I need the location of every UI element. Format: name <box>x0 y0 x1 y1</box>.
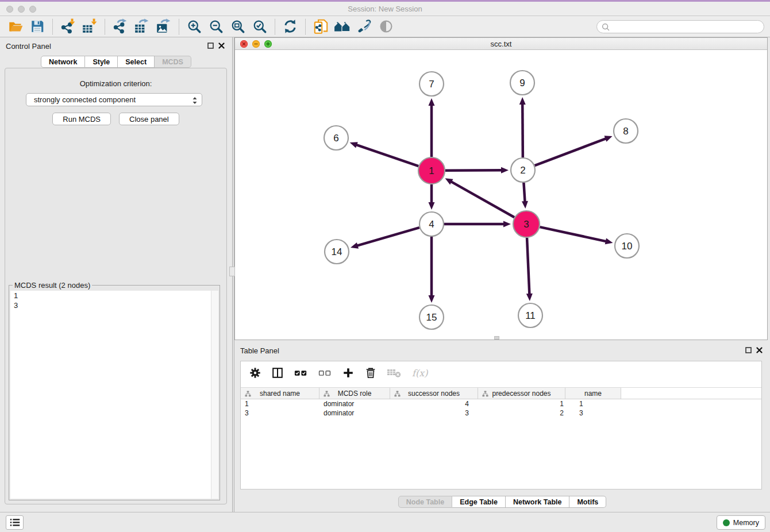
table-panel-close-button[interactable] <box>756 347 763 353</box>
zoom-in-button[interactable] <box>183 18 205 36</box>
add-column-button[interactable] <box>342 367 355 379</box>
network-canvas[interactable]: 7968124314101511 <box>235 51 767 340</box>
cell-name[interactable]: 3 <box>565 409 621 417</box>
graph-node-7[interactable]: 7 <box>419 72 444 96</box>
tab-network[interactable]: Network <box>41 56 85 68</box>
table-row[interactable]: 3dominator323 <box>241 408 761 418</box>
graph-edge-1-2[interactable] <box>445 167 509 174</box>
control-panel-float-button[interactable] <box>207 43 214 49</box>
cell-name[interactable]: 1 <box>565 400 621 408</box>
graph-edge-2-8[interactable] <box>535 136 613 165</box>
cell-shared-name[interactable]: 1 <box>241 400 319 408</box>
tab-edge-table[interactable]: Edge Table <box>452 496 506 508</box>
refresh-button[interactable] <box>279 18 301 36</box>
graph-node-3[interactable]: 3 <box>513 211 540 237</box>
canvas-resize-handle[interactable] <box>494 336 499 340</box>
tab-select[interactable]: Select <box>118 56 155 68</box>
graph-node-10[interactable]: 10 <box>615 234 639 258</box>
graph-edge-4-14[interactable] <box>351 228 419 249</box>
control-panel-close-button[interactable] <box>218 43 225 49</box>
table-row[interactable]: 1dominator411 <box>241 399 761 408</box>
graph-edge-3-10[interactable] <box>540 227 613 244</box>
graph-edge-3-11[interactable] <box>526 238 533 301</box>
graph-node-1[interactable]: 1 <box>418 157 445 184</box>
export-network-button[interactable] <box>109 18 131 36</box>
graph-node-8[interactable]: 8 <box>614 119 638 143</box>
graph-node-15[interactable]: 15 <box>419 305 444 329</box>
graph-node-11[interactable]: 11 <box>518 303 542 327</box>
zoom-fit-button[interactable] <box>227 18 249 36</box>
cell-successor-nodes[interactable]: 3 <box>390 409 478 417</box>
apply-style-button[interactable] <box>353 18 375 36</box>
column-header-predecessor-nodes[interactable]: predecessor nodes <box>478 388 565 399</box>
delete-column-button[interactable] <box>364 367 377 379</box>
graph-node-6[interactable]: 6 <box>324 126 348 150</box>
graph-edge-4-3[interactable] <box>444 221 511 228</box>
function-builder-button[interactable]: f(x) <box>411 367 429 379</box>
graph-node-14[interactable]: 14 <box>325 240 349 264</box>
search-input[interactable] <box>612 22 764 32</box>
tab-mcds[interactable]: MCDS <box>155 56 191 68</box>
gear-button[interactable] <box>249 367 261 379</box>
network-zoom-button[interactable] <box>264 40 272 48</box>
graph-node-4[interactable]: 4 <box>419 212 444 236</box>
graph-edge-1-6[interactable] <box>350 142 419 166</box>
network-minimize-button[interactable] <box>252 40 260 48</box>
graph-edge-1-4[interactable] <box>429 184 435 210</box>
cell-predecessor-nodes[interactable]: 1 <box>478 400 565 408</box>
save-button[interactable] <box>26 18 48 36</box>
result-item[interactable]: 1 <box>10 291 218 300</box>
cell-mcds-role[interactable]: dominator <box>319 409 390 417</box>
tab-motifs[interactable]: Motifs <box>569 496 606 508</box>
run-mcds-button[interactable]: Run MCDS <box>52 113 111 125</box>
column-header-successor-nodes[interactable]: successor nodes <box>390 388 478 399</box>
graph-edge-1-7[interactable] <box>429 98 435 157</box>
houses-button[interactable] <box>332 18 353 36</box>
network-close-button[interactable] <box>240 40 248 48</box>
cell-shared-name[interactable]: 3 <box>241 409 319 417</box>
show-panels-button[interactable] <box>6 515 24 530</box>
criterion-select[interactable]: strongly connected component <box>26 93 202 106</box>
graph-node-9[interactable]: 9 <box>510 71 534 95</box>
import-table-button[interactable] <box>79 18 101 36</box>
network-window-title: scc.txt <box>235 38 767 50</box>
column-header-shared-name[interactable]: shared name <box>241 388 319 399</box>
float-icon <box>745 347 752 353</box>
graph-node-label: 4 <box>429 219 434 230</box>
panel-splitter-handle[interactable] <box>229 267 235 276</box>
graph-node-2[interactable]: 2 <box>511 158 535 182</box>
result-scrollbar[interactable] <box>211 291 218 499</box>
open-folder-button[interactable] <box>5 18 26 36</box>
columns-button[interactable] <box>271 367 284 379</box>
result-item[interactable]: 3 <box>10 300 218 310</box>
table-panel-float-button[interactable] <box>745 347 752 353</box>
tree-icon <box>482 391 488 397</box>
graph-edge-4-15[interactable] <box>429 237 435 303</box>
select-all-checkbox-button[interactable] <box>294 367 308 379</box>
graphics-details-button[interactable] <box>375 18 397 36</box>
app-title: Session: New Session <box>0 5 770 13</box>
tab-node-table[interactable]: Node Table <box>398 496 452 508</box>
cell-predecessor-nodes[interactable]: 2 <box>478 409 565 417</box>
tab-style[interactable]: Style <box>85 56 118 68</box>
duplicate-network-button[interactable] <box>310 18 332 36</box>
deselect-all-checkbox-button[interactable] <box>318 367 332 379</box>
memory-button[interactable]: Memory <box>717 515 765 530</box>
gear-icon <box>249 367 261 379</box>
zoom-selected-button[interactable] <box>249 18 271 36</box>
column-header-name[interactable]: name <box>565 388 621 399</box>
graph-edge-2-9[interactable] <box>519 97 526 157</box>
cell-successor-nodes[interactable]: 4 <box>390 400 478 408</box>
delete-table-button[interactable] <box>387 367 402 379</box>
save-icon <box>30 19 45 34</box>
graph-edge-3-1[interactable] <box>445 178 515 217</box>
tab-network-table[interactable]: Network Table <box>506 496 570 508</box>
export-image-button[interactable] <box>153 18 175 36</box>
column-header-mcds-role[interactable]: MCDS role <box>319 388 390 399</box>
graph-edge-2-3[interactable] <box>522 183 528 209</box>
import-network-button[interactable] <box>57 18 79 36</box>
zoom-out-button[interactable] <box>205 18 227 36</box>
cell-mcds-role[interactable]: dominator <box>319 400 390 408</box>
export-table-button[interactable] <box>131 18 153 36</box>
close-panel-button[interactable]: Close panel <box>119 113 179 125</box>
